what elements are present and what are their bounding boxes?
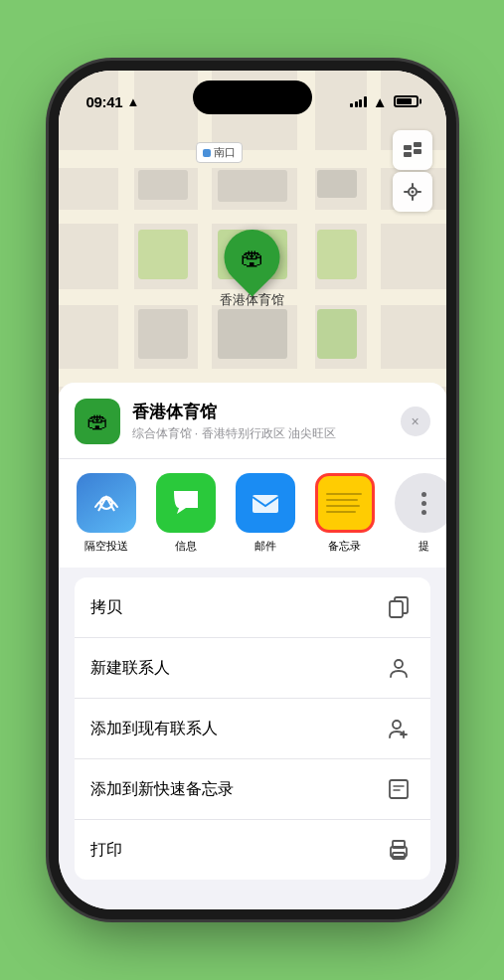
place-emoji: 🏟: [86, 408, 108, 434]
svg-point-11: [393, 721, 401, 729]
more-dot-3: [421, 510, 426, 515]
action-copy-label: 拷贝: [90, 597, 122, 618]
action-add-notes[interactable]: 添加到新快速备忘录: [75, 759, 430, 820]
battery-icon: [394, 95, 419, 107]
action-list: 拷贝 新建联系人 添: [75, 577, 430, 880]
svg-rect-0: [404, 145, 412, 150]
svg-rect-19: [393, 853, 405, 859]
action-new-contact-label: 新建联系人: [90, 658, 170, 679]
svg-rect-7: [252, 495, 278, 513]
notes-icon: [315, 473, 375, 533]
bottom-sheet: 🏟 香港体育馆 综合体育馆 · 香港特别行政区 油尖旺区 × 隔空投送: [59, 383, 446, 909]
notes-line-3: [326, 505, 360, 508]
action-new-contact[interactable]: 新建联系人: [75, 638, 430, 699]
map-label: 南口: [196, 142, 243, 163]
share-row: 隔空投送 信息 邮件: [59, 459, 446, 568]
share-item-more[interactable]: 提: [393, 473, 446, 554]
mail-icon: [236, 473, 295, 533]
notes-line-4: [326, 511, 356, 514]
print-icon: [383, 834, 415, 866]
svg-rect-14: [390, 780, 408, 798]
share-item-airdrop[interactable]: 隔空投送: [75, 473, 138, 554]
place-info: 香港体育馆 综合体育馆 · 香港特别行政区 油尖旺区: [132, 401, 389, 442]
action-print[interactable]: 打印: [75, 820, 430, 880]
airdrop-icon: [77, 473, 136, 533]
place-header: 🏟 香港体育馆 综合体育馆 · 香港特别行政区 油尖旺区 ×: [59, 383, 446, 459]
action-print-label: 打印: [90, 840, 122, 861]
svg-point-10: [395, 660, 403, 668]
mail-label: 邮件: [254, 539, 276, 554]
add-contact-icon: [383, 713, 415, 744]
notes-label: 备忘录: [328, 539, 361, 554]
map-label-text: 南口: [214, 145, 236, 160]
svg-rect-2: [404, 152, 412, 157]
green-1: [138, 230, 188, 279]
share-item-message[interactable]: 信息: [154, 473, 218, 554]
location-button[interactable]: [393, 172, 432, 212]
place-name: 香港体育馆: [132, 401, 389, 423]
svg-rect-1: [414, 142, 421, 147]
svg-rect-9: [390, 601, 403, 617]
dynamic-island: [193, 81, 312, 114]
more-label: 提: [419, 539, 429, 554]
road-h1: [59, 150, 446, 168]
green-4: [317, 309, 357, 359]
close-button[interactable]: ×: [401, 407, 430, 436]
action-copy[interactable]: 拷贝: [75, 577, 430, 638]
block-1: [138, 170, 188, 200]
message-icon: [156, 473, 216, 533]
place-icon: 🏟: [75, 399, 120, 444]
green-3: [317, 230, 357, 279]
signal-bar-2: [355, 101, 358, 107]
more-dot-2: [421, 501, 426, 506]
phone-frame: 09:41 ▲ ▲: [59, 71, 446, 909]
block-3: [317, 170, 357, 198]
more-icon: [395, 473, 446, 533]
map-controls[interactable]: [393, 130, 432, 212]
copy-icon: [383, 591, 415, 623]
new-contact-icon: [383, 652, 415, 684]
share-item-mail[interactable]: 邮件: [234, 473, 297, 554]
location-icon: ▲: [126, 94, 139, 109]
signal-bar-1: [350, 103, 353, 107]
action-add-notes-label: 添加到新快速备忘录: [90, 779, 234, 800]
status-time: 09:41: [86, 93, 123, 110]
action-add-contact-label: 添加到现有联系人: [90, 719, 218, 739]
pin-circle: 🏟: [213, 218, 291, 296]
add-notes-icon: [383, 773, 415, 805]
block-4: [138, 309, 188, 359]
location-pin: 🏟 香港体育馆: [220, 230, 284, 309]
block-5: [218, 309, 287, 359]
svg-point-5: [411, 191, 414, 194]
signal-bars: [350, 95, 367, 107]
block-2: [218, 170, 287, 202]
pin-emoji: 🏟: [241, 244, 264, 271]
airdrop-label: 隔空投送: [84, 539, 128, 554]
share-item-notes[interactable]: 备忘录: [313, 473, 377, 554]
action-add-contact[interactable]: 添加到现有联系人: [75, 699, 430, 759]
notes-line-1: [326, 493, 362, 496]
message-label: 信息: [175, 539, 197, 554]
road-h2: [59, 210, 446, 224]
status-icons: ▲: [350, 93, 418, 110]
wifi-icon: ▲: [373, 93, 388, 110]
map-type-button[interactable]: [393, 130, 432, 170]
more-dot-1: [421, 492, 426, 497]
map-label-icon: [203, 149, 211, 157]
signal-bar-4: [364, 96, 367, 107]
place-subtitle: 综合体育馆 · 香港特别行政区 油尖旺区: [132, 425, 389, 442]
signal-bar-3: [359, 99, 362, 107]
battery-fill: [397, 98, 412, 104]
svg-rect-3: [414, 149, 421, 154]
notes-line-2: [326, 499, 358, 502]
